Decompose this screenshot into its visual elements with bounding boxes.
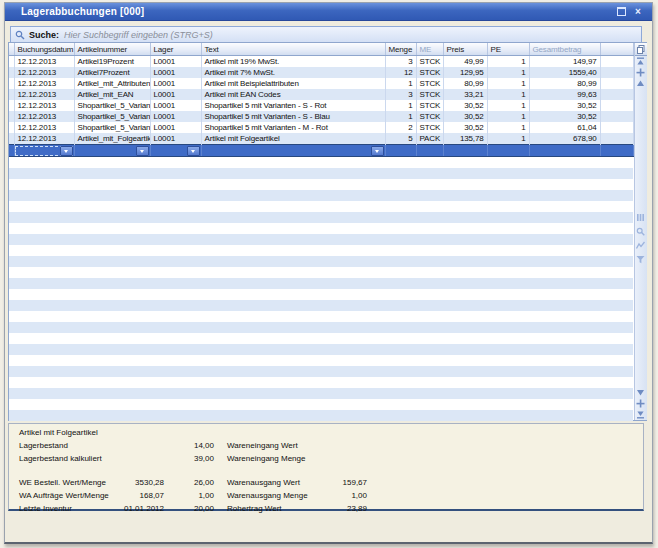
cell-artikelnummer[interactable]: Artikel_mit_Attributen: [74, 78, 150, 89]
cell-buchungsdatum[interactable]: 12.12.2013: [14, 111, 74, 122]
column-header-text[interactable]: Text: [201, 43, 385, 56]
cell-gesamtbetrag[interactable]: 30,52: [529, 111, 600, 122]
cell-gesamtbetrag[interactable]: 61,04: [529, 122, 600, 133]
new-entry-cell-text[interactable]: [201, 145, 385, 157]
cell-gesamtbetrag[interactable]: 678,90: [529, 133, 600, 145]
cell-menge[interactable]: 5: [385, 133, 416, 145]
cell-gesamtbetrag[interactable]: 30,52: [529, 100, 600, 111]
cell-buchungsdatum[interactable]: 12.12.2013: [14, 100, 74, 111]
cell-pe[interactable]: 1: [487, 78, 529, 89]
table-row[interactable]: 12.12.2013Artikel_mit_FolgeartikL0001Art…: [9, 133, 633, 145]
column-header-buchungsdatum[interactable]: Buchungsdatum: [14, 43, 74, 56]
scroll-down-fast-icon[interactable]: [635, 398, 647, 409]
cell-buchungsdatum[interactable]: 12.12.2013: [14, 89, 74, 100]
column-header-spacer[interactable]: [600, 43, 633, 56]
cell-artikelnummer[interactable]: Artikel_mit_EAN: [74, 89, 150, 100]
new-entry-cell-buchungsdatum[interactable]: [14, 145, 74, 157]
cell-menge[interactable]: 3: [385, 89, 416, 100]
window-titlebar[interactable]: Lagerabbuchungen [000] ×: [5, 3, 652, 21]
column-header-me[interactable]: ME: [416, 43, 443, 56]
cell-gesamtbetrag[interactable]: 1559,40: [529, 67, 600, 78]
cell-text[interactable]: Artikel mit 19% MwSt.: [201, 56, 385, 68]
cell-text[interactable]: Shopartikel 5 mit Varianten - M - Rot: [201, 122, 385, 133]
cell-pe[interactable]: 1: [487, 122, 529, 133]
table-row[interactable]: 12.12.2013Shopartikel_5_VariantL0001Shop…: [9, 122, 633, 133]
column-header-pe[interactable]: PE: [487, 43, 529, 56]
scroll-up-icon[interactable]: [635, 78, 647, 89]
cell-buchungsdatum[interactable]: 12.12.2013: [14, 133, 74, 145]
cell-lager[interactable]: L0001: [150, 111, 201, 122]
columns-icon[interactable]: [635, 212, 647, 223]
scroll-to-bottom-icon[interactable]: [635, 409, 647, 420]
cell-pe[interactable]: 1: [487, 56, 529, 68]
cell-lager[interactable]: L0001: [150, 78, 201, 89]
search-input[interactable]: Hier Suchbegriff eingeben (STRG+S): [64, 30, 213, 40]
copy-icon[interactable]: [635, 43, 647, 56]
cell-me[interactable]: STCK: [416, 100, 443, 111]
column-header-lager[interactable]: Lager: [150, 43, 201, 56]
cell-lager[interactable]: L0001: [150, 100, 201, 111]
cell-buchungsdatum[interactable]: 12.12.2013: [14, 122, 74, 133]
cell-pe[interactable]: 1: [487, 89, 529, 100]
cell-menge[interactable]: 2: [385, 122, 416, 133]
new-entry-cell-spacer[interactable]: [600, 145, 633, 157]
cell-lager[interactable]: L0001: [150, 67, 201, 78]
cell-me[interactable]: STCK: [416, 67, 443, 78]
restore-icon[interactable]: [615, 6, 627, 17]
cell-artikelnummer[interactable]: Shopartikel_5_Variant: [74, 122, 150, 133]
cell-text[interactable]: Shopartikel 5 mit Varianten - S - Blau: [201, 111, 385, 122]
cell-lager[interactable]: L0001: [150, 133, 201, 145]
dropdown-button[interactable]: [371, 146, 384, 156]
cell-buchungsdatum[interactable]: 12.12.2013: [14, 78, 74, 89]
cell-text[interactable]: Artikel mit Folgeartikel: [201, 133, 385, 145]
new-entry-cell-me[interactable]: [416, 145, 443, 157]
cell-me[interactable]: STCK: [416, 122, 443, 133]
cell-me[interactable]: STCK: [416, 89, 443, 100]
scroll-down-icon[interactable]: [635, 387, 647, 398]
scroll-up-fast-icon[interactable]: [635, 67, 647, 78]
table-row[interactable]: 12.12.2013Shopartikel_5_VariantL0001Shop…: [9, 100, 633, 111]
cell-lager[interactable]: L0001: [150, 89, 201, 100]
column-header-preis[interactable]: Preis: [443, 43, 487, 56]
cell-artikelnummer[interactable]: Artikel_mit_Folgeartik: [74, 133, 150, 145]
cell-artikelnummer[interactable]: Shopartikel_5_Variant: [74, 111, 150, 122]
filter-icon[interactable]: [635, 254, 647, 265]
dropdown-button[interactable]: [60, 146, 73, 156]
column-header-gesamtbetrag[interactable]: Gesamtbetrag: [529, 43, 600, 56]
cell-me[interactable]: PACK: [416, 133, 443, 145]
table-row[interactable]: 12.12.2013Shopartikel_5_VariantL0001Shop…: [9, 111, 633, 122]
close-icon[interactable]: ×: [632, 6, 644, 17]
column-header-menge[interactable]: Menge: [385, 43, 416, 56]
new-entry-cell-artikelnummer[interactable]: [74, 145, 150, 157]
cell-text[interactable]: Artikel mit EAN Codes: [201, 89, 385, 100]
cell-text[interactable]: Artikel mit Beispielattributen: [201, 78, 385, 89]
cell-preis[interactable]: 30,52: [443, 100, 487, 111]
cell-buchungsdatum[interactable]: 12.12.2013: [14, 56, 74, 68]
cell-preis[interactable]: 49,99: [443, 56, 487, 68]
cell-preis[interactable]: 129,95: [443, 67, 487, 78]
new-entry-cell-pe[interactable]: [487, 145, 529, 157]
cell-pe[interactable]: 1: [487, 100, 529, 111]
scroll-to-top-icon[interactable]: [635, 56, 647, 67]
dropdown-button[interactable]: [136, 146, 149, 156]
cell-artikelnummer[interactable]: Artikel19Prozent: [74, 56, 150, 68]
cell-lager[interactable]: L0001: [150, 56, 201, 68]
cell-lager[interactable]: L0001: [150, 122, 201, 133]
cell-menge[interactable]: 1: [385, 100, 416, 111]
cell-menge[interactable]: 1: [385, 111, 416, 122]
new-entry-row[interactable]: [9, 145, 633, 157]
cell-menge[interactable]: 12: [385, 67, 416, 78]
cell-artikelnummer[interactable]: Shopartikel_5_Variant: [74, 100, 150, 111]
table-row[interactable]: 12.12.2013Artikel7ProzentL0001Artikel mi…: [9, 67, 633, 78]
cell-preis[interactable]: 30,52: [443, 111, 487, 122]
cell-gesamtbetrag[interactable]: 80,99: [529, 78, 600, 89]
cell-me[interactable]: STCK: [416, 56, 443, 68]
cell-preis[interactable]: 30,52: [443, 122, 487, 133]
cell-pe[interactable]: 1: [487, 111, 529, 122]
cell-artikelnummer[interactable]: Artikel7Prozent: [74, 67, 150, 78]
cell-gesamtbetrag[interactable]: 149,97: [529, 56, 600, 68]
column-header-artikelnummer[interactable]: Artikelnummer: [74, 43, 150, 56]
new-entry-cell-menge[interactable]: [385, 145, 416, 157]
cell-gesamtbetrag[interactable]: 99,63: [529, 89, 600, 100]
chart-icon[interactable]: [635, 240, 647, 251]
